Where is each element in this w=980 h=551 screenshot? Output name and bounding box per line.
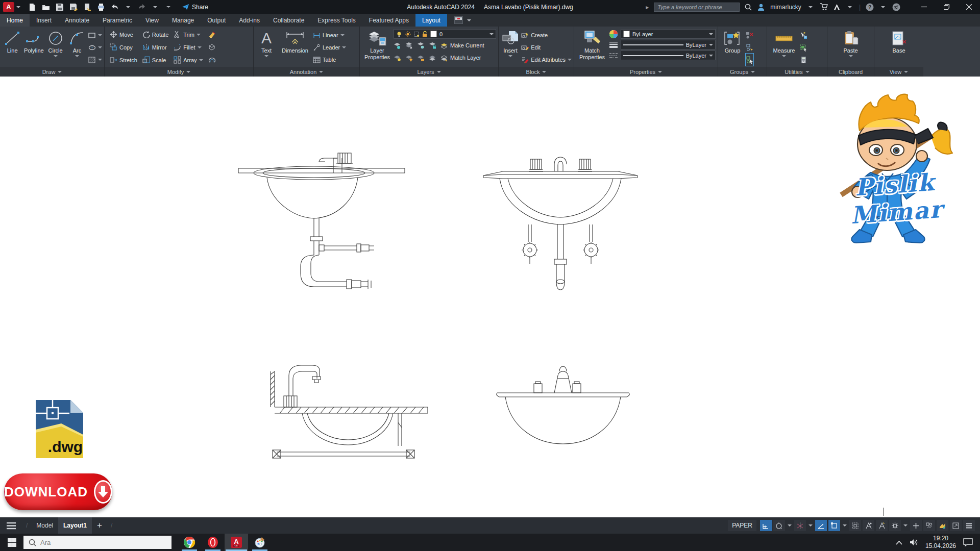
stretch-button[interactable]: Stretch xyxy=(110,54,137,66)
layer-thaw-all-icon[interactable] xyxy=(405,54,413,62)
taskbar-opera-button[interactable] xyxy=(201,534,225,551)
customization-menu-icon[interactable] xyxy=(963,520,975,531)
annotation-autoscale-icon[interactable] xyxy=(876,520,888,531)
layers-panel-footer[interactable]: Layers xyxy=(360,67,498,77)
selection-cycling-icon[interactable] xyxy=(849,520,861,531)
undo-caret-icon[interactable] xyxy=(126,6,130,8)
close-button[interactable] xyxy=(958,0,980,14)
polyline-button[interactable]: Polyline xyxy=(23,28,44,67)
layer-freeze-icon[interactable] xyxy=(405,42,413,49)
taskbar-search-box[interactable] xyxy=(23,536,172,549)
layout1-tab[interactable]: Layout1 xyxy=(58,517,92,534)
taskbar-clock[interactable]: 19:20 15.04.2026 xyxy=(925,535,956,550)
help-icon[interactable]: ? xyxy=(866,3,874,11)
match-properties-button[interactable]: Match Properties xyxy=(576,28,608,67)
tab-manage[interactable]: Manage xyxy=(165,14,201,27)
line-button[interactable]: Line xyxy=(2,28,22,67)
osnap-toggle-icon[interactable] xyxy=(828,520,840,531)
group-edit-button[interactable] xyxy=(746,41,753,54)
quick-select-button[interactable] xyxy=(800,29,807,41)
clipboard-panel-footer[interactable]: Clipboard xyxy=(827,67,874,77)
rectangle-button[interactable] xyxy=(88,29,102,41)
volume-icon[interactable] xyxy=(910,539,918,546)
leader-button[interactable]: Leader xyxy=(313,41,357,54)
rotate-button[interactable]: Rotate xyxy=(142,29,168,41)
tab-collaborate[interactable]: Collaborate xyxy=(266,14,311,27)
taskbar-search-input[interactable] xyxy=(40,539,158,546)
feedback-icon[interactable] xyxy=(892,3,900,11)
base-button[interactable]: Base xyxy=(886,28,912,67)
layer-off-icon[interactable] xyxy=(417,42,425,49)
autodesk-apps-icon[interactable] xyxy=(833,3,841,11)
layer-lock-icon[interactable] xyxy=(429,42,436,49)
make-current-button[interactable]: Make Current xyxy=(440,39,484,52)
block-panel-footer[interactable]: Block xyxy=(499,67,574,77)
groups-panel-footer[interactable]: Groups xyxy=(718,67,767,77)
save-as-icon[interactable] xyxy=(69,3,78,11)
insert-button[interactable]: Insert xyxy=(501,28,520,67)
tab-output[interactable]: Output xyxy=(201,14,232,27)
move-button[interactable]: Move xyxy=(110,29,137,41)
user-name[interactable]: mimarlucky xyxy=(770,4,801,11)
ungroup-button[interactable] xyxy=(746,29,753,41)
annotation-scale-gear-icon[interactable] xyxy=(889,520,901,531)
table-button[interactable]: Table xyxy=(313,54,357,66)
polar-tracking-icon[interactable] xyxy=(815,520,827,531)
erase-button[interactable] xyxy=(208,29,216,41)
layer-on-all-icon[interactable] xyxy=(394,54,401,62)
osnap-caret-icon[interactable] xyxy=(843,524,847,527)
isodraft-caret-icon[interactable] xyxy=(808,524,813,527)
snap-caret-icon[interactable] xyxy=(788,524,792,527)
fillet-button[interactable]: Fillet xyxy=(174,41,203,54)
redo-caret-icon[interactable] xyxy=(153,6,157,8)
drawing-canvas[interactable]: Pislik Mimar .dwg DOWNLOAD xyxy=(0,77,980,517)
match-layer-button[interactable]: Match Layer xyxy=(440,52,481,64)
lineweight-dropdown[interactable]: ByLayer xyxy=(621,40,716,49)
linear-button[interactable]: Linear xyxy=(313,29,357,41)
plot-icon[interactable] xyxy=(83,3,91,11)
dimension-button[interactable]: Dimension xyxy=(278,28,312,67)
windows-start-button[interactable] xyxy=(0,534,23,551)
group-selection-toggle[interactable] xyxy=(746,54,753,66)
block-edit-button[interactable]: Edit xyxy=(521,41,572,54)
workspace-switch-icon[interactable] xyxy=(910,520,922,531)
explode-button[interactable] xyxy=(208,41,216,54)
share-button[interactable]: Share xyxy=(182,3,208,11)
tab-insert[interactable]: Insert xyxy=(30,14,58,27)
keyword-search-input[interactable] xyxy=(654,3,740,12)
user-menu-caret-icon[interactable] xyxy=(808,6,813,8)
layer-properties-button[interactable]: Layer Properties xyxy=(362,28,393,67)
annotation-panel-footer[interactable]: Annotation xyxy=(254,67,359,77)
circle-button[interactable]: Circle xyxy=(45,28,66,67)
tab-add-ins[interactable]: Add-ins xyxy=(232,14,266,27)
edit-attributes-button[interactable]: Edit Attributes xyxy=(521,54,572,66)
layer-dropdown[interactable]: 0 xyxy=(394,29,496,39)
linetype-dropdown[interactable]: ByLayer xyxy=(621,51,716,60)
minimize-button[interactable] xyxy=(913,0,935,14)
layer-isolate-icon[interactable] xyxy=(394,42,401,49)
isodraft-toggle-icon[interactable] xyxy=(794,520,806,531)
taskbar-autocad-button[interactable]: ACAD xyxy=(225,534,248,551)
restore-button[interactable] xyxy=(935,0,958,14)
layout-tabs-menu-icon[interactable] xyxy=(6,522,16,530)
object-color-dropdown[interactable]: ByLayer xyxy=(621,29,716,39)
paste-button[interactable]: Paste xyxy=(838,28,864,67)
download-button[interactable]: DOWNLOAD xyxy=(4,473,112,510)
tab-parametric[interactable]: Parametric xyxy=(96,14,139,27)
tab-view[interactable]: View xyxy=(139,14,165,27)
user-avatar-icon[interactable] xyxy=(757,3,765,11)
block-create-button[interactable]: Create xyxy=(521,29,572,41)
tab-annotate[interactable]: Annotate xyxy=(58,14,96,27)
cart-icon[interactable] xyxy=(820,3,828,11)
array-button[interactable]: Array xyxy=(174,54,203,66)
ribbon-state-control[interactable] xyxy=(454,14,473,27)
print-icon[interactable] xyxy=(96,3,105,11)
taskbar-paint-button[interactable] xyxy=(248,534,272,551)
search-icon[interactable] xyxy=(745,4,752,11)
redo-icon[interactable] xyxy=(137,3,146,11)
draw-panel-footer[interactable]: Draw xyxy=(0,67,104,77)
undo-icon[interactable] xyxy=(110,3,119,11)
view-panel-footer[interactable]: View xyxy=(874,67,923,77)
utilities-panel-footer[interactable]: Utilities xyxy=(767,67,827,77)
search-expand-icon[interactable]: ▸ xyxy=(646,4,649,11)
